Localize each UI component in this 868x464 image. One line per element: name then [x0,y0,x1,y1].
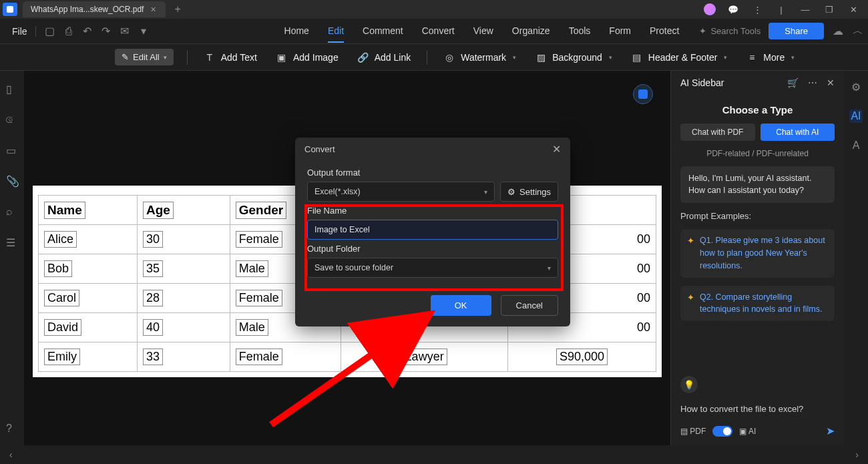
ai-prompt-input[interactable]: How to convert the file to excel? [671,399,844,419]
ai-choose-heading: Choose a Type [680,104,835,115]
ai-sidebar: AI Sidebar 🛒 ⋯ ✕ Choose a Type Chat with… [670,71,844,445]
close-window-button[interactable]: ✕ [847,5,860,15]
layers-icon[interactable]: ☰ [6,236,18,248]
idea-button[interactable]: 💡 [680,376,698,393]
watermark-icon: ◎ [443,51,455,63]
link-icon: 🔗 [357,51,369,63]
dropdown-icon[interactable]: ▾ [138,25,150,37]
edit-all-button[interactable]: ✎ Edit All ▾ [115,49,174,65]
mode-toggle[interactable] [712,426,732,437]
print-icon[interactable]: ⎙ [63,25,75,37]
minimize-button[interactable]: — [799,5,812,15]
add-text-button[interactable]: TAdd Text [201,51,260,63]
cell: 35 [143,260,163,277]
tab-form[interactable]: Form [609,20,631,43]
ai-icon[interactable]: AI [849,109,863,123]
chevron-down-icon: ▾ [609,54,612,61]
comment-icon[interactable]: ▭ [6,144,18,156]
chat-pdf-tab[interactable]: Chat with PDF [680,124,755,141]
help-icon[interactable]: ? [6,423,18,435]
cell: Emily [44,349,80,365]
add-text-label: Add Text [221,52,257,63]
close-icon[interactable]: ✕ [827,77,835,88]
dialog-close-button[interactable]: ✕ [552,143,561,156]
chat-ai-tab[interactable]: Chat with AI [761,124,835,141]
cell: 00 [637,232,650,246]
cell: 33 [143,349,163,365]
search-icon[interactable]: ⌕ [6,206,18,218]
background-button[interactable]: ▨Background▾ [532,51,615,63]
file-menu[interactable]: File [4,26,36,37]
header-footer-button[interactable]: ▤Header & Footer▾ [628,51,730,63]
tab-comment[interactable]: Comment [363,20,403,43]
edit-toolbar: ✎ Edit All ▾ TAdd Text ▣Add Image 🔗Add L… [0,44,868,71]
add-link-label: Add Link [375,52,411,63]
translate-icon[interactable]: A [849,139,863,152]
chevron-down-icon: ▾ [548,264,551,272]
collapse-icon[interactable]: ︿ [852,25,864,37]
tab-tools[interactable]: Tools [569,20,591,43]
pencil-icon: ✎ [122,52,129,62]
redo-icon[interactable]: ↷ [100,25,112,37]
undo-icon[interactable]: ↶ [81,25,93,37]
cell: 00 [637,291,650,304]
more-button[interactable]: ≡More▾ [743,51,797,63]
prompt-example-1[interactable]: ✦ Q1. Please give me 3 ideas about how t… [680,229,835,277]
file-name-input[interactable] [307,220,558,240]
table-row: Emily33FemaleLawyerS90,000 [39,342,656,372]
tab-close-icon[interactable]: × [150,4,156,15]
nav-tabs: Home Edit Comment Convert View Organize … [284,20,680,43]
example-text: Q2. Compare storytelling techniques in n… [700,291,828,316]
example-text: Q1. Please give me 3 ideas about how to … [700,234,828,272]
edit-all-label: Edit All [133,52,160,62]
header-cell: Name [44,202,85,219]
sparkle-icon: ✦ [699,26,706,36]
add-link-button[interactable]: 🔗Add Link [355,51,413,63]
save-icon[interactable]: ▢ [44,25,56,37]
search-tools[interactable]: ✦ Search Tools [699,26,761,36]
cell: Lawyer [402,349,447,365]
page-icon[interactable]: ▯ [6,83,18,95]
cell: S90,000 [556,349,608,365]
cloud-icon[interactable]: ☁ [832,25,844,37]
background-icon: ▨ [535,51,547,63]
document-tab[interactable]: WhatsApp Ima...skew_OCR.pdf × [23,1,166,17]
forward-icon[interactable]: › [855,449,859,460]
settings-label: Settings [519,187,551,197]
send-button[interactable]: ➤ [826,425,835,437]
back-icon[interactable]: ‹ [9,449,13,460]
cart-icon[interactable]: 🛒 [787,77,799,88]
output-folder-select[interactable]: Save to source folder ▾ [307,258,558,278]
properties-icon[interactable]: ⚙ [849,80,863,93]
tab-edit[interactable]: Edit [328,20,344,43]
attachment-icon[interactable]: 📎 [6,175,18,187]
cell: David [44,319,81,336]
tab-home[interactable]: Home [284,20,309,43]
comment-icon[interactable]: 💬 [726,5,740,15]
add-image-label: Add Image [293,52,339,63]
ok-button[interactable]: OK [431,295,491,316]
avatar[interactable] [704,3,716,15]
watermark-button[interactable]: ◎Watermark▾ [441,51,519,63]
add-image-button[interactable]: ▣Add Image [273,51,341,63]
bookmark-icon[interactable]: ⟃ [6,113,18,126]
maximize-button[interactable]: ❐ [823,5,836,15]
cell: 00 [637,262,650,275]
cancel-button[interactable]: Cancel [501,295,558,316]
settings-button[interactable]: ⚙ Settings [500,182,558,202]
mail-icon[interactable]: ✉ [119,25,131,37]
share-button[interactable]: Share [769,23,824,39]
new-tab-button[interactable]: + [175,3,181,15]
tab-convert[interactable]: Convert [422,20,455,43]
tab-view[interactable]: View [473,20,493,43]
ai-mode-label: ▣ AI [739,427,756,436]
word-export-badge[interactable] [633,84,653,104]
menu-bar: File ▢ ⎙ ↶ ↷ ✉ ▾ Home Edit Comment Conve… [0,19,868,44]
output-format-select[interactable]: Excel(*.xlsx) ▾ [307,182,495,202]
prompt-example-2[interactable]: ✦ Q2. Compare storytelling techniques in… [680,286,835,322]
tab-protect[interactable]: Protect [650,20,679,43]
menu-dots-icon[interactable]: ⋮ [750,5,764,15]
ellipsis-icon[interactable]: ⋯ [808,77,817,88]
cell: Female [236,231,282,248]
tab-organize[interactable]: Organize [512,20,550,43]
